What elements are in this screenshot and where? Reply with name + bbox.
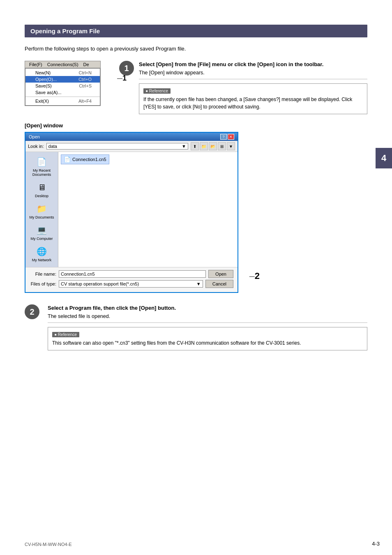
menu-bar: File(F) Connections(S) De bbox=[25, 61, 100, 68]
help-button[interactable]: ? bbox=[220, 134, 227, 140]
page-number: 4-3 bbox=[372, 541, 380, 547]
open-window-footer: File name: Open Files of type: CV startu… bbox=[25, 267, 238, 292]
step2-reference-text: This software can also open "*.cn3" sett… bbox=[52, 339, 363, 347]
menu-item-exit[interactable]: Exit(X) Alt+F4 bbox=[25, 98, 100, 104]
place-desktop[interactable]: 🖥 Desktop bbox=[35, 182, 48, 198]
footer-filename-input[interactable] bbox=[59, 270, 206, 278]
step2-number-circle: 2 bbox=[25, 304, 39, 319]
step2-title: Select a Program file, then click the [O… bbox=[48, 304, 367, 312]
open-window-toolbar: Look in: data ▼ ⬆ 📁 📂 ⊞ ▼ bbox=[25, 141, 238, 152]
step1-arrow-label: 1 bbox=[122, 74, 127, 83]
toolbar-icon-folder-open[interactable]: 📂 bbox=[209, 142, 217, 150]
lookin-arrow: ▼ bbox=[182, 144, 186, 149]
step2-num: 2 bbox=[25, 304, 39, 319]
step1-desc: The [Open] window appears. bbox=[139, 70, 367, 76]
open-window-section-title: [Open] window bbox=[25, 122, 367, 129]
place-my-documents[interactable]: 📁 My Documents bbox=[29, 203, 54, 219]
section-header: Opening a Program File bbox=[25, 25, 367, 37]
step1-reference-label: Reference bbox=[143, 88, 171, 94]
step2-content: Select a Program file, then click the [O… bbox=[48, 304, 367, 350]
cancel-button[interactable]: Cancel bbox=[205, 280, 233, 288]
file-item-connection1[interactable]: 📄 Connection1.cn5 bbox=[61, 154, 109, 164]
step1-reference-text: If the currently open file has been chan… bbox=[143, 96, 363, 111]
menu-item-open-label: Open(O)... bbox=[35, 77, 57, 82]
open-window-arrow-label: 2 bbox=[255, 271, 260, 281]
menu-item-exit-shortcut: Alt+F4 bbox=[78, 99, 92, 104]
menu-item-save-shortcut: Ctrl+S bbox=[79, 83, 92, 88]
footer-filename-label: File name: bbox=[30, 272, 56, 276]
file-item-icon: 📄 bbox=[64, 156, 71, 163]
open-window-body: 📄 My RecentDocuments 🖥 Desktop 📁 My Docu… bbox=[25, 152, 238, 267]
lookin-dropdown[interactable]: data ▼ bbox=[46, 143, 188, 150]
menu-screenshot: File(F) Connections(S) De New(N) Ctrl+N … bbox=[25, 61, 101, 106]
toolbar-icon-views[interactable]: ⊞ bbox=[218, 142, 226, 150]
place-my-computer[interactable]: 💻 My Computer bbox=[30, 224, 53, 241]
footer-row-filetype: Files of type: CV startup operation supp… bbox=[30, 280, 233, 288]
close-button[interactable]: ✕ bbox=[228, 134, 234, 140]
step2-section: 2 Select a Program file, then click the … bbox=[25, 304, 367, 350]
menu-bar-file[interactable]: File(F) bbox=[27, 62, 45, 67]
place-desktop-label: Desktop bbox=[35, 194, 48, 198]
menu-item-save-label: Save(S) bbox=[35, 83, 52, 88]
places-bar: 📄 My RecentDocuments 🖥 Desktop 📁 My Docu… bbox=[25, 152, 58, 267]
open-button[interactable]: Open bbox=[208, 270, 233, 278]
place-my-computer-label: My Computer bbox=[30, 237, 53, 241]
menu-item-open[interactable]: Open(O)... Ctrl+O bbox=[25, 76, 100, 83]
chapter-badge: 4 bbox=[376, 148, 392, 168]
step2-reference-label: Reference bbox=[52, 332, 79, 337]
footer-filetype-value: CV startup operation support file(*.cn5) bbox=[61, 281, 139, 286]
step1-container: File(F) Connections(S) De New(N) Ctrl+N … bbox=[25, 61, 367, 114]
step1-content: 1 Select [Open] from the [File] menu or … bbox=[119, 61, 367, 114]
footer-copyright: CV-H5N-M-WW-NO4-E bbox=[25, 542, 72, 547]
menu-item-new[interactable]: New(N) Ctrl+N bbox=[25, 69, 100, 76]
my-documents-icon: 📁 bbox=[35, 203, 48, 214]
filetype-arrow: ▼ bbox=[196, 281, 201, 286]
menu-bar-connections[interactable]: Connections(S) bbox=[45, 62, 81, 67]
menu-bar-other[interactable]: De bbox=[81, 62, 92, 67]
menu-item-exit-label: Exit(X) bbox=[35, 99, 49, 104]
lookin-value: data bbox=[48, 144, 57, 149]
arrow-2: — 2 bbox=[249, 271, 260, 281]
file-item-name: Connection1.cn5 bbox=[72, 157, 106, 162]
toolbar-icon-views2[interactable]: ▼ bbox=[227, 142, 235, 150]
arrow-1: — 1 bbox=[117, 74, 127, 83]
open-window-wrap: Open ? ✕ Look in: data ▼ ⬆ 📁 📂 ⊞ ▼ bbox=[25, 132, 238, 293]
menu-item-open-shortcut: Ctrl+O bbox=[78, 77, 92, 82]
menu-item-save[interactable]: Save(S) Ctrl+S bbox=[25, 83, 100, 89]
file-area: 📄 Connection1.cn5 bbox=[58, 152, 238, 267]
open-window: Open ? ✕ Look in: data ▼ ⬆ 📁 📂 ⊞ ▼ bbox=[25, 132, 238, 293]
intro-text: Perform the following steps to open a pr… bbox=[25, 46, 367, 52]
title-buttons: ? ✕ bbox=[220, 134, 234, 140]
my-network-icon: 🌐 bbox=[35, 246, 48, 257]
toolbar-icon-up[interactable]: ⬆ bbox=[191, 142, 199, 150]
step2-desc: The selected file is opened. bbox=[48, 313, 367, 319]
footer-row-filename: File name: Open bbox=[30, 270, 233, 278]
section-title: Opening a Program File bbox=[30, 28, 100, 35]
lookin-label: Look in: bbox=[28, 144, 44, 149]
place-my-network-label: My Network bbox=[32, 258, 52, 262]
step1-image: File(F) Connections(S) De New(N) Ctrl+N … bbox=[25, 61, 111, 114]
toolbar-icons: ⬆ 📁 📂 ⊞ ▼ bbox=[191, 142, 235, 150]
step2-divider bbox=[48, 322, 367, 323]
menu-item-new-shortcut: Ctrl+N bbox=[79, 70, 92, 75]
place-my-documents-label: My Documents bbox=[29, 215, 54, 219]
menu-dropdown: New(N) Ctrl+N Open(O)... Ctrl+O Save(S) … bbox=[25, 68, 100, 106]
place-my-network[interactable]: 🌐 My Network bbox=[32, 246, 52, 262]
toolbar-icon-folder-new[interactable]: 📁 bbox=[200, 142, 208, 150]
page-container: Opening a Program File Perform the follo… bbox=[0, 0, 392, 555]
step1-text: Select [Open] from the [File] menu or cl… bbox=[139, 61, 367, 114]
menu-separator bbox=[25, 97, 100, 97]
open-window-titlebar: Open ? ✕ bbox=[25, 133, 238, 141]
step1-divider bbox=[139, 79, 367, 79]
desktop-icon: 🖥 bbox=[35, 182, 48, 193]
place-recent-docs-label: My RecentDocuments bbox=[32, 168, 51, 177]
footer-filetype-dropdown[interactable]: CV startup operation support file(*.cn5)… bbox=[59, 280, 203, 288]
my-computer-icon: 💻 bbox=[35, 224, 48, 236]
step2-reference-box: Reference This software can also open "*… bbox=[48, 327, 367, 350]
step1-reference-box: Reference If the currently open file has… bbox=[139, 83, 367, 114]
step1-number-circle: 1 bbox=[119, 61, 134, 76]
menu-item-saveas[interactable]: Save as(A)... bbox=[25, 89, 100, 96]
recent-docs-icon: 📄 bbox=[35, 156, 48, 168]
menu-item-saveas-label: Save as(A)... bbox=[35, 90, 62, 95]
place-recent-docs[interactable]: 📄 My RecentDocuments bbox=[32, 156, 51, 177]
